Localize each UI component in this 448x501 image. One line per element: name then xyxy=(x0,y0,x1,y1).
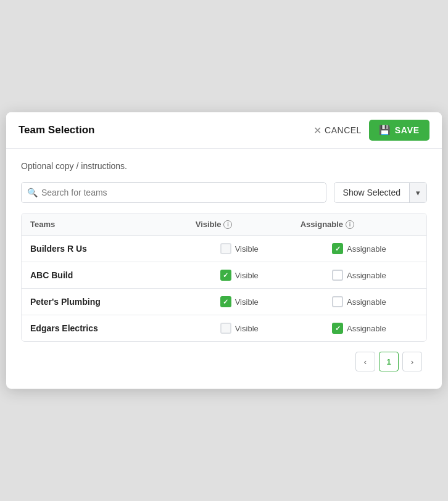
check-mark-icon: ✓ xyxy=(223,271,228,279)
table-container: Teams Visible i Assignable xyxy=(21,213,427,342)
toolbar: 🔍 Show Selected ▾ xyxy=(21,182,427,203)
visible-label: Visible xyxy=(235,271,259,280)
modal-header: Team Selection ✕ CANCEL 💾 SAVE xyxy=(6,112,442,149)
save-icon: 💾 xyxy=(379,125,391,136)
assignable-cell: ✓Assignable xyxy=(292,315,426,342)
assignable-info-icon[interactable]: i xyxy=(346,220,354,229)
assignable-checkbox[interactable] xyxy=(332,296,343,307)
visible-info-icon[interactable]: i xyxy=(223,220,232,229)
visible-checkbox[interactable] xyxy=(220,323,231,334)
assignable-cell: ✓Assignable xyxy=(292,236,426,262)
check-mark-icon: ✓ xyxy=(335,245,341,253)
search-input[interactable] xyxy=(21,182,326,203)
filter-dropdown[interactable]: Show Selected ▾ xyxy=(334,182,427,203)
table-row: ABC Build✓VisibleAssignable xyxy=(22,262,426,289)
team-name: ABC Build xyxy=(30,270,73,280)
instructions-text: Optional copy / instructions. xyxy=(21,161,427,171)
table-row: Peter's Plumbing✓VisibleAssignable xyxy=(22,289,426,315)
table-header-row: Teams Visible i Assignable xyxy=(22,213,426,236)
search-icon: 🔍 xyxy=(27,188,38,197)
team-name: Peter's Plumbing xyxy=(30,297,101,307)
visible-checkbox[interactable] xyxy=(220,243,231,254)
visible-cell: Visible xyxy=(187,236,292,262)
assignable-label: Assignable xyxy=(347,324,386,333)
save-label: SAVE xyxy=(395,125,420,135)
team-name: Edgars Electrics xyxy=(30,323,98,333)
current-page-label: 1 xyxy=(386,357,391,366)
assignable-label: Assignable xyxy=(347,271,386,280)
visible-label: Visible xyxy=(235,297,259,307)
visible-cell: Visible xyxy=(187,315,292,342)
visible-checkbox[interactable]: ✓ xyxy=(220,296,231,307)
col-visible: Visible i xyxy=(187,213,292,236)
modal-title: Team Selection xyxy=(19,124,94,136)
table-row: Edgars ElectricsVisible✓Assignable xyxy=(22,315,426,342)
search-wrapper: 🔍 xyxy=(21,182,326,203)
modal-body: Optional copy / instructions. 🔍 Show Sel… xyxy=(6,149,442,389)
chevron-down-icon[interactable]: ▾ xyxy=(409,183,426,202)
assignable-cell: Assignable xyxy=(292,289,426,315)
header-actions: ✕ CANCEL 💾 SAVE xyxy=(313,120,429,141)
save-button[interactable]: 💾 SAVE xyxy=(369,120,429,141)
assignable-label: Assignable xyxy=(347,244,386,254)
page-1-button[interactable]: 1 xyxy=(379,352,399,371)
visible-label: Visible xyxy=(235,244,259,254)
col-assignable: Assignable i xyxy=(292,213,426,236)
team-name-cell: ABC Build xyxy=(22,262,187,289)
table-body: Builders R UsVisible✓AssignableABC Build… xyxy=(22,236,426,342)
assignable-label: Assignable xyxy=(347,297,386,307)
assignable-checkbox[interactable]: ✓ xyxy=(332,243,343,254)
pagination: ‹ 1 › xyxy=(21,342,427,376)
cancel-button[interactable]: ✕ CANCEL xyxy=(313,125,362,136)
assignable-cell: Assignable xyxy=(292,262,426,289)
check-mark-icon: ✓ xyxy=(335,325,341,333)
col-assignable-label: Assignable xyxy=(301,220,343,229)
assignable-checkbox[interactable] xyxy=(332,270,343,281)
team-name-cell: Builders R Us xyxy=(22,236,187,262)
close-icon: ✕ xyxy=(313,125,322,136)
team-name-cell: Edgars Electrics xyxy=(22,315,187,342)
team-name: Builders R Us xyxy=(30,244,87,254)
col-teams-label: Teams xyxy=(30,220,55,229)
filter-dropdown-label: Show Selected xyxy=(334,183,409,202)
team-name-cell: Peter's Plumbing xyxy=(22,289,187,315)
modal: Team Selection ✕ CANCEL 💾 SAVE Optional … xyxy=(6,112,442,389)
cancel-label: CANCEL xyxy=(325,125,362,135)
check-mark-icon: ✓ xyxy=(223,298,228,306)
col-teams: Teams xyxy=(22,213,187,236)
next-page-button[interactable]: › xyxy=(402,352,422,371)
visible-cell: ✓Visible xyxy=(187,262,292,289)
teams-table: Teams Visible i Assignable xyxy=(22,213,426,341)
prev-page-button[interactable]: ‹ xyxy=(355,352,375,371)
visible-checkbox[interactable]: ✓ xyxy=(220,270,231,281)
col-visible-label: Visible xyxy=(196,220,222,229)
table-row: Builders R UsVisible✓Assignable xyxy=(22,236,426,262)
visible-label: Visible xyxy=(235,324,259,333)
visible-cell: ✓Visible xyxy=(187,289,292,315)
assignable-checkbox[interactable]: ✓ xyxy=(332,323,343,334)
